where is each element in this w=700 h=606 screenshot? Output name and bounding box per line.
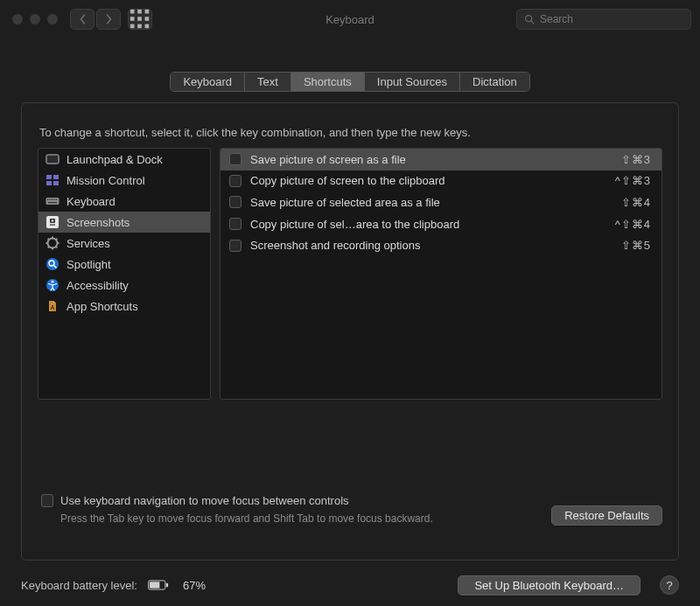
battery-icon [148, 580, 169, 590]
shortcut-checkbox[interactable] [229, 218, 242, 230]
shortcut-keys[interactable]: ⇧⌘4 [621, 196, 651, 209]
shortcut-row[interactable]: Save picture of selected area as a file⇧… [220, 192, 662, 213]
keyboard-nav-label: Use keyboard navigation to move focus be… [60, 494, 349, 507]
close-window-button[interactable] [12, 14, 23, 24]
shortcut-checkbox[interactable] [229, 175, 242, 187]
svg-rect-1 [137, 10, 142, 14]
chevron-left-icon [79, 14, 87, 24]
sidebar-item-spotlight[interactable]: Spotlight [38, 254, 210, 275]
tab-keyboard[interactable]: Keyboard [171, 73, 245, 91]
shortcut-label: Save picture of screen as a file [250, 153, 612, 166]
svg-line-35 [56, 247, 58, 248]
screenshots-icon [46, 215, 60, 229]
help-button[interactable]: ? [660, 575, 679, 595]
preferences-window: { "window": { "title": "Keyboard" }, "se… [0, 0, 700, 606]
shortcut-row[interactable]: Save picture of screen as a file⇧⌘3 [220, 149, 662, 171]
sidebar-item-label: Mission Control [66, 174, 145, 187]
svg-point-27 [52, 219, 54, 222]
shortcut-label: Save picture of selected area as a file [250, 196, 612, 209]
search-icon [524, 14, 535, 24]
back-button[interactable] [70, 9, 94, 30]
sidebar-item-screenshots[interactable]: Screenshots [38, 212, 210, 233]
svg-rect-20 [51, 199, 52, 200]
svg-line-36 [56, 239, 58, 240]
setup-bluetooth-button[interactable]: Set Up Bluetooth Keyboard… [458, 575, 640, 596]
svg-point-38 [46, 258, 59, 270]
accessibility-icon [46, 278, 60, 292]
svg-rect-4 [137, 17, 142, 21]
svg-rect-28 [50, 225, 55, 226]
tab-bar: KeyboardTextShortcutsInput SourcesDictat… [170, 72, 529, 92]
shortcuts-panel: To change a shortcut, select it, click t… [21, 102, 679, 561]
chevron-right-icon [105, 14, 113, 24]
forward-button[interactable] [96, 9, 121, 30]
shortcut-keys[interactable]: ^⇧⌘4 [615, 218, 651, 231]
svg-rect-17 [46, 198, 60, 205]
battery-label: Keyboard battery level: [21, 579, 137, 592]
restore-defaults-wrap: Restore Defaults [551, 505, 662, 526]
tab-text[interactable]: Text [245, 73, 291, 91]
sidebar-item-accessibility[interactable]: Accessibility [38, 275, 210, 296]
svg-rect-15 [46, 181, 52, 185]
titlebar: Keyboard [0, 0, 700, 38]
tab-shortcuts[interactable]: Shortcuts [291, 73, 365, 91]
tab-dictation[interactable]: Dictation [460, 73, 529, 91]
shortcut-label: Screenshot and recording options [250, 239, 612, 252]
grid-icon [129, 8, 151, 31]
svg-rect-24 [48, 202, 57, 203]
svg-rect-21 [52, 199, 53, 200]
tab-input-sources[interactable]: Input Sources [365, 73, 460, 91]
sidebar-item-launchpad-dock[interactable]: Launchpad & Dock [38, 149, 210, 170]
shortcut-row[interactable]: Copy picture of screen to the clipboard^… [220, 171, 662, 192]
svg-rect-0 [130, 10, 135, 14]
shortcut-row[interactable]: Copy picture of sel…area to the clipboar… [220, 213, 662, 235]
svg-rect-23 [56, 199, 57, 200]
category-sidebar[interactable]: Launchpad & DockMission ControlKeyboardS… [38, 148, 211, 400]
spotlight-icon [46, 257, 60, 271]
mission-control-icon [46, 173, 60, 187]
shortcut-keys[interactable]: ^⇧⌘3 [615, 174, 651, 187]
window-controls [9, 14, 58, 24]
svg-rect-8 [145, 24, 150, 29]
sidebar-item-services[interactable]: Services [38, 233, 210, 254]
svg-rect-19 [49, 199, 50, 200]
sidebar-item-mission-control[interactable]: Mission Control [38, 170, 210, 191]
sidebar-item-label: Services [66, 237, 110, 250]
app-shortcuts-icon: A [46, 299, 60, 313]
battery-percent: 67% [183, 579, 206, 592]
footer: Keyboard battery level: 67% Set Up Bluet… [0, 564, 700, 606]
sidebar-item-app-shortcuts[interactable]: AApp Shortcuts [38, 296, 210, 317]
sidebar-item-label: Screenshots [66, 216, 130, 229]
shortcut-label: Copy picture of sel…area to the clipboar… [250, 218, 606, 231]
svg-rect-13 [46, 175, 52, 179]
sidebar-item-label: Launchpad & Dock [66, 153, 163, 166]
svg-rect-2 [145, 10, 150, 14]
show-all-button[interactable] [128, 9, 152, 30]
nav-buttons [70, 9, 121, 30]
sidebar-item-keyboard[interactable]: Keyboard [38, 191, 210, 212]
shortcut-checkbox[interactable] [229, 196, 242, 208]
search-field-wrap[interactable] [516, 9, 691, 30]
svg-rect-7 [137, 24, 142, 29]
shortcut-checkbox[interactable] [229, 240, 242, 252]
search-input[interactable] [540, 13, 683, 25]
shortcut-checkbox[interactable] [229, 153, 242, 165]
keyboard-icon [46, 194, 60, 208]
svg-rect-46 [166, 583, 168, 588]
svg-rect-14 [53, 175, 59, 179]
shortcut-keys[interactable]: ⇧⌘5 [621, 239, 651, 252]
sidebar-item-label: Keyboard [66, 195, 116, 208]
shortcut-keys[interactable]: ⇧⌘3 [621, 153, 651, 166]
keyboard-nav-checkbox[interactable] [41, 494, 53, 507]
svg-line-10 [531, 21, 534, 24]
columns: Launchpad & DockMission ControlKeyboardS… [38, 148, 662, 400]
svg-rect-16 [53, 181, 59, 185]
sidebar-item-label: Spotlight [66, 258, 111, 271]
svg-rect-6 [130, 24, 135, 29]
restore-defaults-button[interactable]: Restore Defaults [551, 505, 662, 526]
minimize-window-button[interactable] [30, 14, 40, 24]
shortcut-row[interactable]: Screenshot and recording options⇧⌘5 [220, 234, 662, 256]
zoom-window-button[interactable] [47, 14, 58, 24]
svg-rect-12 [47, 156, 58, 163]
shortcut-list[interactable]: Save picture of screen as a file⇧⌘3Copy … [220, 148, 662, 400]
